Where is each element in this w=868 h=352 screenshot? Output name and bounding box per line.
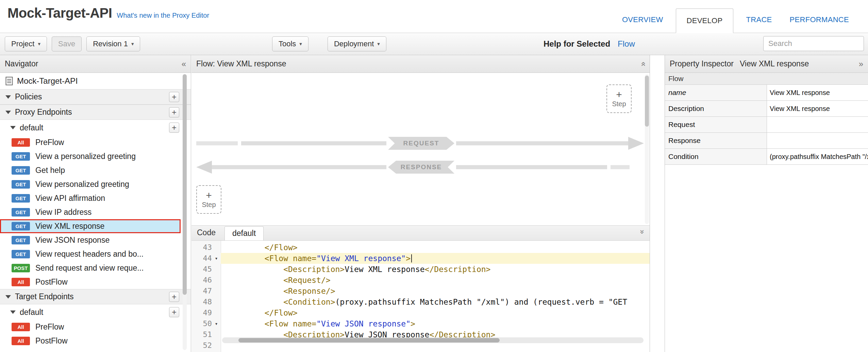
flow-item-view-personalized-greeting[interactable]: GET View personalized greeting [0,177,181,191]
flow-item-view-request-headers[interactable]: GET View request headers and bo... [0,247,181,261]
add-target-flow-button[interactable]: + [169,307,179,317]
nav-root-label: Mock-Target-API [17,76,78,86]
code-line-49[interactable]: 49 </Flow> [191,307,650,318]
code-line-46[interactable]: 46 <Request/> [191,275,650,286]
code-line-48[interactable]: 48 <Condition>(proxy.pathsuffix MatchesP… [191,297,650,307]
fold-marker-icon[interactable]: ▾ [212,318,221,329]
whats-new-link[interactable]: What's new in the Proxy Editor [117,12,209,19]
nav-root-item[interactable]: Mock-Target-API [0,73,191,89]
flow-item-preflow[interactable]: All PreFlow [0,135,181,149]
flow-item-label: Send request and view reque... [35,263,144,273]
flow-vertical-scrollbar[interactable] [645,74,649,224]
flow-item-label: PreFlow [35,138,64,147]
flow-scrollbar-thumb[interactable] [645,76,649,127]
tools-button[interactable]: Tools ▾ [272,36,308,51]
flow-item-get-help[interactable]: GET Get help [0,163,181,177]
flow-item-view-a-personalized-greeting[interactable]: GET View a personalized greeting [0,149,181,163]
inspector-header: Property Inspector View XML response » [665,55,868,73]
condition-field[interactable]: (proxy.pathsuffix MatchesPath "/x [767,149,868,164]
request-flow-badge: REQUEST [388,137,454,150]
line-number: 52 [203,340,212,351]
flow-editor-panel: Flow: View XML response » + Step REQUEST [191,55,650,352]
line-number: 48 [203,297,212,307]
target-flow-item-preflow[interactable]: All PreFlow [0,320,181,334]
revision-button[interactable]: Revision 1 ▾ [86,36,140,51]
navigator-panel: Navigator « Mock-Target-API Policies + P… [0,55,191,352]
add-step-button-response[interactable]: + Step [196,185,221,214]
code-editor[interactable]: 43 </Flow>44▾ <Flow name="View XML respo… [191,241,650,352]
add-proxy-flow-button[interactable]: + [169,123,179,133]
code-token-txt: (proxy.pathsuffix MatchesPath "/xml") an… [335,298,628,306]
navigator-scrollbar[interactable] [183,74,187,350]
code-line-content: <Response/> [221,286,650,297]
deployment-button[interactable]: Deployment ▾ [328,36,386,51]
method-badge: All [12,278,30,286]
chevron-down-icon: ▾ [299,41,302,47]
tab-performance[interactable]: PERFORMANCE [781,15,858,33]
tab-overview[interactable]: OVERVIEW [613,15,672,33]
code-line-47[interactable]: 47 <Response/> [191,286,650,297]
help-area: Help for Selected Flow [544,33,635,55]
inspector-label: Request [665,117,767,132]
request-label: REQUEST [403,140,439,147]
code-line-43[interactable]: 43 </Flow> [191,242,650,253]
flow-item-postflow[interactable]: All PostFlow [0,275,181,289]
property-inspector-panel: Property Inspector View XML response » F… [665,55,868,352]
flow-item-view-ip-address[interactable]: GET View IP address [0,205,181,219]
line-number: 45 [203,264,212,275]
collapse-navigator-icon[interactable]: « [182,59,186,69]
code-line-44[interactable]: 44▾ <Flow name="View XML response"> [191,253,650,264]
collapse-inspector-icon[interactable]: » [859,59,863,69]
flow-item-view-json-response[interactable]: GET View JSON response [0,233,181,247]
page-title: Mock-Target-API [7,5,112,21]
flow-item-view-api-affirmation[interactable]: GET View API affirmation [0,191,181,205]
description-field[interactable]: View XML response [767,101,868,116]
tab-develop[interactable]: DEVELOP [676,9,733,33]
code-scrollbar-thumb[interactable] [238,338,500,342]
code-line-content: <Request/> [221,275,650,286]
save-button[interactable]: Save [52,36,82,51]
nav-section-target-endpoints[interactable]: Target Endpoints + [0,289,191,304]
deployment-button-label: Deployment [334,39,374,48]
fold-marker-icon[interactable]: ▾ [212,253,221,264]
code-horizontal-scrollbar[interactable] [222,337,644,343]
project-button[interactable]: Project ▾ [5,36,47,51]
navigator-scrollbar-thumb[interactable] [183,74,187,295]
code-token-tag: <Flow [227,254,293,263]
collapse-code-panel-icon[interactable]: » [640,227,644,236]
code-line-50[interactable]: 50▾ <Flow name="View JSON response"> [191,318,650,329]
add-proxy-endpoint-button[interactable]: + [169,107,179,117]
help-flow-link[interactable]: Flow [618,39,635,49]
target-flow-item-postflow[interactable]: All PostFlow [0,334,181,348]
search-input[interactable] [763,36,864,51]
code-gutter-cell: 47 [191,286,221,297]
code-line-content: <Flow name="View JSON response"> [221,318,650,329]
nav-proxy-default-label: default [20,123,43,132]
name-field[interactable]: View XML response [767,85,868,100]
flow-item-label: View JSON response [35,236,110,245]
add-policy-button[interactable]: + [169,92,179,102]
code-line-45[interactable]: 45 <Description>View XML response</Descr… [191,264,650,275]
code-token-tag: > [411,319,415,328]
request-field[interactable] [767,117,868,132]
collapse-flow-panel-icon[interactable]: » [640,59,645,69]
flow-item-send-request[interactable]: POST Send request and view reque... [0,261,181,275]
nav-proxy-default[interactable]: default + [0,120,191,135]
code-token-attr: name= [293,254,316,263]
flow-item-label: View a personalized greeting [35,152,136,161]
flow-item-view-xml-response[interactable]: GET View XML response [0,219,181,233]
file-tab-default[interactable]: default [224,226,264,240]
code-token-tag: </Flow> [227,308,298,317]
nav-section-policies[interactable]: Policies + [0,89,191,105]
toolbar-left-group: Project ▾ Save Revision 1 ▾ [5,36,140,51]
add-step-button-request[interactable]: + Step [606,84,632,113]
flow-item-label: View IP address [35,208,91,217]
save-button-label: Save [58,39,75,48]
nav-target-default[interactable]: default + [0,304,191,320]
add-target-endpoint-button[interactable]: + [169,292,179,302]
method-badge: GET [12,250,30,258]
line-number: 43 [203,242,212,253]
nav-section-proxy-endpoints[interactable]: Proxy Endpoints + [0,105,191,120]
tab-trace[interactable]: TRACE [737,15,781,33]
response-field[interactable] [767,133,868,148]
